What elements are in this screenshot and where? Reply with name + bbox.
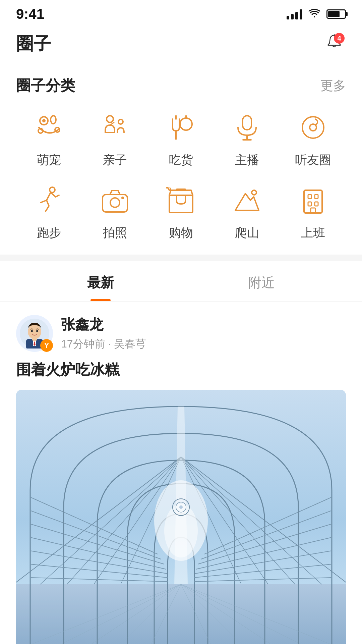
post-author: 张鑫龙 [61, 315, 146, 334]
svg-point-19 [252, 190, 256, 195]
status-bar: 9:41 [0, 0, 362, 25]
category-label-climb: 爬山 [235, 225, 259, 241]
wifi-icon [308, 8, 320, 21]
svg-point-6 [107, 116, 113, 122]
svg-point-72 [179, 505, 183, 509]
notification-button[interactable]: 4 [322, 32, 346, 56]
post-header: Y 张鑫龙 17分钟前 · 吴春芎 [16, 315, 346, 352]
category-item-audio[interactable]: 听友圈 [280, 109, 346, 168]
category-label-family: 亲子 [103, 152, 127, 168]
svg-point-31 [31, 330, 33, 332]
architecture-image [16, 390, 346, 644]
music-icon [295, 109, 331, 146]
svg-point-17 [121, 197, 124, 199]
pet-icon [31, 109, 67, 146]
svg-rect-20 [304, 190, 322, 213]
category-label-pet: 萌宠 [37, 152, 61, 168]
svg-point-3 [51, 116, 56, 124]
camera-icon [97, 182, 133, 219]
category-item-work[interactable]: 上班 [280, 182, 346, 241]
post-meta: 张鑫龙 17分钟前 · 吴春芎 [61, 315, 146, 352]
svg-rect-25 [311, 208, 315, 213]
category-item-live[interactable]: 主播 [214, 109, 280, 168]
mountain-icon [229, 182, 265, 219]
category-label-audio: 听友圈 [295, 152, 331, 168]
svg-point-7 [118, 119, 123, 124]
category-item-run[interactable]: 跑步 [16, 182, 82, 241]
category-item-shop[interactable]: 购物 [148, 182, 214, 241]
office-icon [295, 182, 331, 219]
category-section: 圈子分类 更多 萌宠 [0, 66, 362, 255]
category-label-food: 吃货 [169, 152, 193, 168]
svg-rect-23 [308, 202, 311, 206]
status-time: 9:41 [16, 6, 44, 22]
svg-point-16 [110, 198, 120, 207]
svg-point-14 [50, 187, 55, 193]
tab-nearby[interactable]: 附近 [181, 261, 342, 301]
category-label-photo: 拍照 [103, 225, 127, 241]
svg-rect-9 [243, 116, 251, 130]
avatar-wrap: Y [16, 315, 53, 352]
shop-icon [163, 182, 199, 219]
mic-icon [229, 109, 265, 146]
svg-rect-22 [315, 195, 318, 199]
category-item-family[interactable]: 亲子 [82, 109, 148, 168]
notification-badge: 4 [334, 33, 345, 44]
post-item: Y 张鑫龙 17分钟前 · 吴春芎 围着火炉吃冰糕 [0, 302, 362, 644]
category-item-food[interactable]: 吃货 [148, 109, 214, 168]
family-icon [97, 109, 133, 146]
svg-rect-24 [315, 202, 318, 206]
food-icon [163, 109, 199, 146]
category-label-live: 主播 [235, 152, 259, 168]
category-item-climb[interactable]: 爬山 [214, 182, 280, 241]
vip-badge: Y [40, 339, 53, 352]
svg-point-30 [28, 324, 41, 339]
svg-rect-21 [308, 195, 311, 199]
page-title: 圈子 [16, 32, 51, 56]
svg-point-8 [180, 118, 192, 130]
svg-point-2 [42, 119, 46, 122]
battery-icon [326, 9, 346, 19]
category-item-photo[interactable]: 拍照 [82, 182, 148, 241]
category-item-pet[interactable]: 萌宠 [16, 109, 82, 168]
post-time-location: 17分钟前 · 吴春芎 [61, 337, 146, 352]
tab-latest[interactable]: 最新 [20, 261, 181, 301]
svg-point-32 [36, 330, 38, 332]
svg-point-12 [302, 117, 324, 138]
more-button[interactable]: 更多 [320, 77, 346, 94]
category-label-work: 上班 [301, 225, 325, 241]
category-header: 圈子分类 更多 [16, 76, 346, 96]
status-icons [287, 8, 346, 21]
post-content: 围着火炉吃冰糕 [16, 360, 346, 380]
feed-tabs: 最新 附近 [0, 261, 362, 302]
category-title: 圈子分类 [16, 76, 75, 96]
category-grid: 萌宠 亲子 [16, 109, 346, 241]
feed-section: 最新 附近 [0, 261, 362, 644]
category-label-run: 跑步 [37, 225, 61, 241]
post-image [16, 390, 346, 644]
signal-icon [287, 9, 302, 19]
category-label-shop: 购物 [169, 225, 193, 241]
run-icon [31, 182, 67, 219]
header: 圈子 4 [0, 25, 362, 66]
svg-rect-18 [176, 189, 186, 191]
